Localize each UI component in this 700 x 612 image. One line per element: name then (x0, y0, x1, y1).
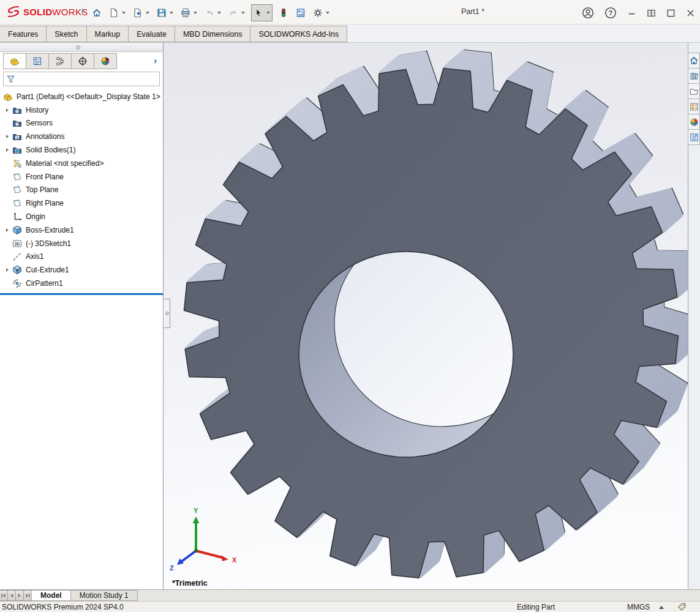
expand-arrow-icon[interactable] (3, 228, 12, 232)
command-tab-features[interactable]: Features (0, 26, 47, 42)
command-tab-mbd-dimensions[interactable]: MBD Dimensions (175, 26, 251, 42)
expand-arrow-icon[interactable] (3, 135, 12, 138)
help-button[interactable]: ? (603, 5, 618, 21)
material-icon (12, 159, 23, 168)
tree-item-origin[interactable]: Origin (0, 210, 163, 223)
taskpane-view-palette-button[interactable] (688, 99, 700, 114)
panel-tab-dimxpertmanager[interactable] (71, 53, 94, 69)
filter-input[interactable] (18, 75, 159, 83)
plane-icon (12, 185, 23, 195)
select-tool-button[interactable] (251, 4, 273, 21)
design-checker-button[interactable] (295, 5, 307, 21)
tree-item-label: Solid Bodies(1) (26, 146, 75, 154)
panel-expand-chevron-icon[interactable]: › (154, 56, 157, 65)
splitter-grip (165, 312, 169, 315)
view-orientation-label: *Trimetric (172, 579, 208, 588)
last-frame-icon (24, 592, 31, 599)
tree-item-axis1[interactable]: Axis1 (0, 250, 163, 264)
home-button[interactable] (91, 5, 103, 21)
undo-button[interactable] (203, 5, 222, 21)
panel-tab-displaymanager[interactable] (94, 53, 117, 69)
panel-tab-featuremanager-design-tree[interactable] (3, 53, 26, 69)
tree-item-cirpattern1[interactable]: CirPattern1 (0, 277, 163, 290)
command-tab-sketch[interactable]: Sketch (46, 26, 86, 42)
taskpane-appearances-scenes-button[interactable] (688, 114, 700, 130)
tree-item-label: History (26, 106, 48, 114)
tree-item-right-plane[interactable]: Right Plane (0, 196, 163, 210)
tree-item-part1-default-default-display-state-1[interactable]: Part1 (Default) <<Default>_Display State… (0, 90, 163, 103)
collapsed-command-manager[interactable] (0, 43, 164, 52)
open-caret-icon[interactable] (146, 12, 149, 14)
panel-tab-propertymanager[interactable] (26, 53, 49, 69)
new-document-button[interactable] (108, 5, 127, 21)
expand-arrow-icon[interactable] (3, 268, 12, 272)
tree-item-boss-extrude1[interactable]: Boss-Extrude1 (0, 223, 163, 237)
redo-caret-icon[interactable] (241, 12, 245, 14)
options-button[interactable] (312, 5, 331, 21)
options-caret-icon[interactable] (326, 12, 329, 14)
minimize-button[interactable] (626, 5, 638, 21)
model-tab[interactable]: Model (31, 590, 71, 601)
redo-button[interactable] (227, 5, 246, 21)
tree-item-solid-bodies-1[interactable]: Solid Bodies(1) (0, 143, 163, 157)
print-button[interactable] (179, 5, 198, 21)
taskpane-file-explorer-button[interactable] (688, 83, 700, 99)
user-account-button[interactable] (581, 5, 595, 21)
previous-frame-button[interactable] (7, 590, 16, 601)
command-tab-markup[interactable]: Markup (86, 26, 129, 42)
editing-mode-label: Editing Part (496, 603, 576, 611)
new-document-caret-icon[interactable] (122, 12, 126, 14)
units-selector[interactable]: MMGS (627, 603, 650, 611)
panel-tab-configurationmanager[interactable] (48, 53, 72, 69)
svg-text:Y: Y (194, 507, 198, 514)
tree-item-3dsketch1[interactable]: 3D(-) 3DSketch1 (0, 237, 163, 250)
tree-item-material-not-specified[interactable]: Material <not specified> (0, 157, 163, 170)
open-button[interactable] (132, 5, 151, 21)
tile-windows-button[interactable] (645, 5, 657, 21)
tree-item-sensors[interactable]: Sensors (0, 117, 163, 130)
next-frame-icon (16, 592, 23, 599)
graphics-viewport[interactable]: Y X Z *Trimetric (164, 43, 688, 589)
design-checker-icon (296, 8, 306, 18)
ribbon-pin-handle[interactable] (76, 45, 80, 50)
motion-study-tab[interactable]: Motion Study 1 (70, 590, 138, 601)
expand-arrow-icon[interactable] (3, 108, 12, 112)
document-title: Part1 * (430, 7, 516, 16)
select-caret-icon[interactable] (266, 12, 270, 14)
panel-splitter[interactable] (164, 299, 170, 328)
rollback-bar[interactable] (0, 293, 163, 295)
print-caret-icon[interactable] (194, 12, 197, 14)
next-frame-button[interactable] (15, 590, 24, 601)
folder-cube-icon (12, 145, 23, 155)
taskpane-custom-properties-button[interactable] (688, 129, 700, 145)
part-icon (2, 92, 13, 102)
close-icon (686, 9, 695, 18)
expand-arrow-icon[interactable] (3, 148, 12, 152)
taskpane-home-button[interactable] (688, 53, 700, 69)
command-tab-evaluate[interactable]: Evaluate (128, 26, 175, 42)
tree-item-top-plane[interactable]: Top Plane (0, 184, 163, 197)
undo-caret-icon[interactable] (217, 12, 221, 14)
feature-filter-box[interactable] (3, 72, 160, 86)
last-frame-button[interactable] (23, 590, 32, 601)
toolbar-flyout-arrow[interactable] (81, 7, 86, 15)
tree-item-history[interactable]: History (0, 103, 163, 117)
print-icon (181, 8, 190, 18)
tree-item-front-plane[interactable]: Front Plane (0, 170, 163, 184)
maximize-button[interactable] (665, 5, 677, 21)
save-button[interactable] (156, 5, 175, 21)
undo-icon (205, 8, 214, 18)
tag-icon[interactable] (677, 602, 687, 612)
custom-properties-icon (690, 133, 699, 142)
command-tab-solidworks-add-ins[interactable]: SOLIDWORKS Add-Ins (250, 26, 347, 42)
origin-icon (12, 212, 23, 222)
performance-evaluation-button[interactable] (277, 5, 290, 21)
close-button[interactable] (685, 5, 696, 21)
tree-item-label: Top Plane (26, 185, 58, 194)
units-caret-icon[interactable] (659, 606, 664, 609)
taskpane-design-library-button[interactable] (688, 68, 700, 84)
tree-item-cut-extrude1[interactable]: Cut-Extrude1 (0, 263, 163, 277)
save-caret-icon[interactable] (170, 12, 173, 14)
tree-item-annotations[interactable]: AAnnotations (0, 130, 163, 143)
first-frame-icon (0, 592, 7, 599)
